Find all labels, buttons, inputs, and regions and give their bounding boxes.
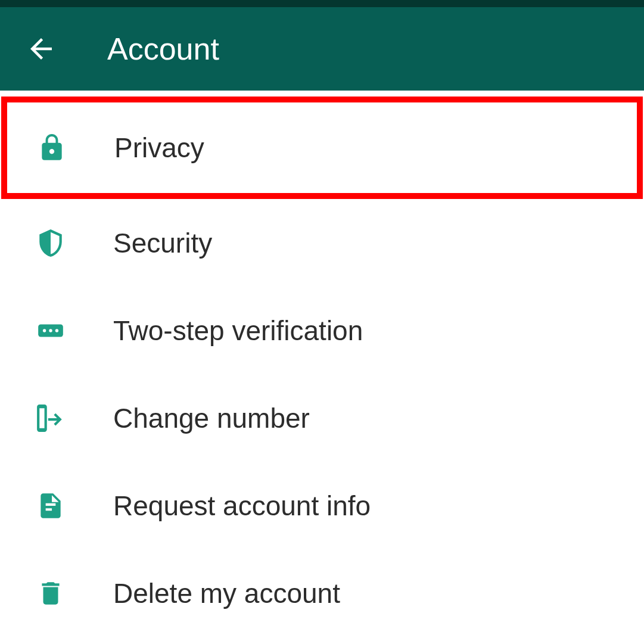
settings-item-change-number[interactable]: Change number [0,374,644,462]
settings-item-label: Request account info [113,490,371,522]
settings-item-security[interactable]: Security [0,199,644,287]
lock-icon [37,133,67,163]
settings-item-privacy[interactable]: Privacy [1,97,643,199]
trash-icon [36,578,66,608]
shield-icon [36,228,66,258]
settings-item-label: Security [113,227,212,259]
svg-point-2 [49,329,52,332]
settings-item-label: Two-step verification [113,315,363,347]
status-strip [0,0,644,7]
app-header: Account [0,7,644,91]
settings-item-two-step[interactable]: Two-step verification [0,287,644,374]
pin-icon [36,316,66,346]
settings-item-delete-account[interactable]: Delete my account [0,549,644,637]
back-button[interactable] [25,33,57,65]
settings-item-label: Change number [113,402,310,434]
settings-item-label: Privacy [114,132,204,164]
page-title: Account [107,31,219,67]
svg-point-1 [43,329,46,332]
settings-item-label: Delete my account [113,577,340,609]
svg-point-3 [55,329,58,332]
phone-transfer-icon [36,403,66,433]
settings-list: Privacy Security Two-step verification [0,91,644,637]
settings-item-request-info[interactable]: Request account info [0,462,644,549]
arrow-left-icon [25,33,57,65]
document-icon [36,491,66,521]
